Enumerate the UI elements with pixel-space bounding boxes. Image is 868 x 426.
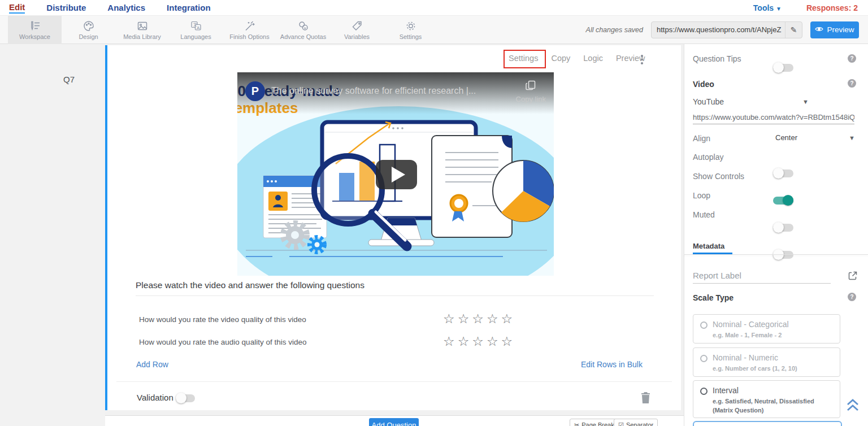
channel-avatar[interactable]: P: [245, 81, 265, 101]
question-tab-settings[interactable]: Settings: [509, 54, 538, 63]
svg-text:A: A: [197, 25, 200, 30]
play-button[interactable]: [376, 160, 417, 189]
question-tips-help-icon[interactable]: ?: [848, 54, 856, 63]
nav-tab-integration[interactable]: Integration: [167, 3, 211, 12]
autoplay-label: Autoplay: [693, 153, 723, 162]
validation-toggle[interactable]: [176, 394, 195, 402]
image-icon: [136, 20, 149, 32]
video-help-icon[interactable]: ?: [848, 79, 856, 88]
toolbar-item-workspace[interactable]: Workspace: [8, 16, 62, 44]
matrix-row-label[interactable]: How would you rate the audio quality of …: [139, 338, 306, 346]
scale-option-interval[interactable]: Interval e.g. Satisfied, Neutral, Dissat…: [693, 380, 840, 418]
add-row-link[interactable]: Add Row: [136, 360, 168, 369]
autoplay-toggle[interactable]: [773, 169, 793, 177]
align-label: Align: [693, 134, 710, 143]
edit-url-pencil-icon[interactable]: ✎: [785, 21, 802, 38]
toolbar-item-design[interactable]: Design: [62, 16, 115, 44]
radio-icon[interactable]: [700, 388, 708, 395]
question-tips-label: Question Tips: [693, 54, 741, 63]
question-list-sidebar: Q7: [0, 44, 105, 426]
validation-label: Validation: [137, 393, 173, 402]
toolbar-item-media-library[interactable]: Media Library: [115, 16, 169, 44]
page-break-button[interactable]: ✂Page Break: [570, 419, 619, 426]
muted-label: Muted: [693, 210, 715, 219]
external-link-icon[interactable]: [848, 271, 858, 283]
nav-tab-edit[interactable]: Edit: [9, 2, 25, 14]
chain-links-icon: [297, 20, 310, 32]
star-icon[interactable]: ☆: [458, 334, 472, 349]
show-controls-label: Show Controls: [693, 172, 744, 181]
align-value-select[interactable]: Center: [775, 133, 797, 142]
editor-toolbar: Workspace Design Media Library 文A Langua…: [0, 16, 868, 44]
star-icon[interactable]: ☆: [501, 334, 516, 349]
star-rating-row-1[interactable]: ☆☆☆☆☆: [443, 312, 515, 325]
question-tab-copy[interactable]: Copy: [551, 54, 570, 63]
scale-type-title: Scale Type: [693, 293, 734, 302]
scale-option-partial-card: [693, 421, 842, 426]
star-icon[interactable]: ☆: [443, 311, 458, 326]
nav-tab-analytics[interactable]: Analytics: [107, 3, 145, 12]
loop-toggle[interactable]: [773, 224, 793, 232]
question-tips-toggle[interactable]: [773, 64, 793, 72]
video-section-title: Video: [693, 80, 714, 89]
toolbar-item-variables[interactable]: Variables: [330, 16, 384, 44]
toolbar-item-languages[interactable]: 文A Languages: [169, 16, 223, 44]
tag-icon: [351, 20, 363, 32]
nav-tab-distribute[interactable]: Distribute: [46, 3, 86, 12]
scale-option-nominal-numeric: Nominal - Numeric e.g. Number of cars (1…: [693, 347, 840, 377]
toolbar-item-advance-quotas[interactable]: Advance Quotas: [276, 16, 330, 44]
gear-icon: [405, 20, 417, 32]
separator-button[interactable]: ☑Separator: [614, 419, 658, 426]
provider-caret-icon[interactable]: ▼: [802, 98, 809, 105]
loop-label: Loop: [693, 191, 710, 200]
embedded-video-player: 50+ ready-made templates P The online su…: [237, 72, 554, 276]
star-icon[interactable]: ☆: [458, 311, 472, 326]
chevron-down-icon: ▼: [776, 6, 782, 12]
report-label-input[interactable]: [693, 269, 831, 284]
questionpro-survey-editor: Edit Distribute Analytics Integration To…: [0, 0, 868, 426]
autosave-status: All changes saved: [586, 26, 643, 34]
question-tab-logic[interactable]: Logic: [583, 54, 603, 63]
question-title[interactable]: Please watch the video and answer the fo…: [136, 280, 364, 290]
radio-icon: [700, 355, 708, 362]
preview-button[interactable]: Preview: [810, 21, 859, 38]
show-controls-toggle[interactable]: [773, 197, 793, 205]
star-icon[interactable]: ☆: [443, 334, 458, 349]
more-options-kebab-icon[interactable]: [640, 55, 644, 66]
delete-question-trash-icon[interactable]: [641, 392, 650, 406]
scale-type-help-icon[interactable]: ?: [848, 293, 856, 301]
tab-metadata[interactable]: Metadata: [693, 242, 724, 250]
responses-count[interactable]: Responses: 2: [806, 3, 858, 12]
question-actions: Settings Copy Logic Preview: [509, 54, 645, 63]
star-icon[interactable]: ☆: [501, 311, 516, 326]
radio-icon: [700, 321, 708, 329]
star-icon[interactable]: ☆: [487, 311, 501, 326]
star-icon[interactable]: ☆: [487, 334, 501, 349]
star-icon[interactable]: ☆: [472, 334, 487, 349]
star-rating-row-2[interactable]: ☆☆☆☆☆: [443, 335, 515, 348]
tools-menu[interactable]: Tools ▼: [753, 3, 782, 12]
add-question-button[interactable]: Add Question: [369, 418, 419, 426]
scroll-to-top-chevrons-icon[interactable]: [845, 397, 860, 415]
magic-wand-icon: [244, 20, 256, 32]
toolbar-item-settings[interactable]: Settings: [384, 16, 437, 44]
copy-link-button[interactable]: Copy link: [516, 80, 546, 103]
edit-rows-in-bulk-link[interactable]: Edit Rows in Bulk: [581, 360, 643, 369]
copy-icon: [525, 80, 536, 93]
palette-icon: [83, 20, 95, 32]
video-title-link[interactable]: The online survey software for efficient…: [271, 86, 476, 96]
scale-option-nominal-categorical: Nominal - Categorical e.g. Male - 1, Fem…: [693, 314, 840, 344]
question-title-divider: [136, 295, 654, 296]
muted-toggle[interactable]: [773, 251, 793, 259]
align-caret-icon[interactable]: ▼: [849, 134, 855, 141]
star-icon[interactable]: ☆: [472, 311, 487, 326]
video-url-input[interactable]: https://www.youtube.com/watch?v=RBDtm154…: [693, 113, 854, 124]
translate-icon: 文A: [190, 20, 202, 32]
checkbox-icon: ☑: [618, 421, 624, 426]
survey-url-input[interactable]: [652, 25, 785, 34]
workspace-icon: [29, 20, 41, 32]
scissors-icon: ✂: [574, 421, 579, 426]
toolbar-item-finish-options[interactable]: Finish Options: [223, 16, 276, 44]
video-provider-select[interactable]: YouTube: [693, 97, 724, 106]
matrix-row-label[interactable]: How would you rate the video quality of …: [139, 315, 306, 324]
